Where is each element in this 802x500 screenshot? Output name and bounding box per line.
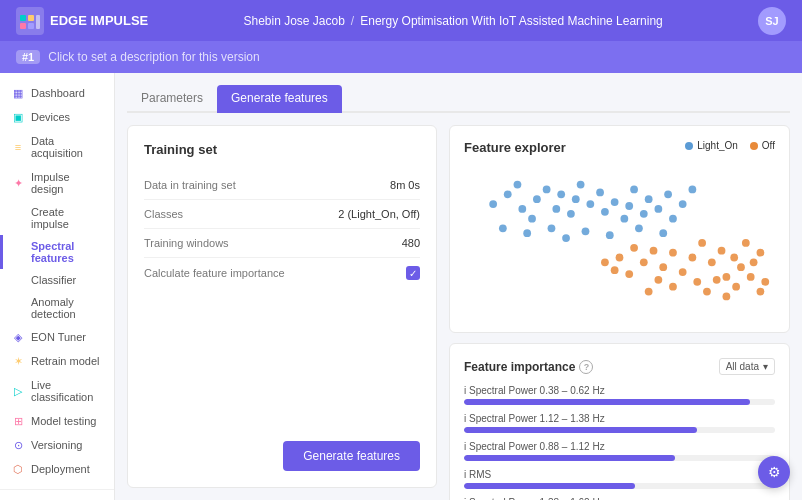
svg-point-24 (630, 186, 638, 194)
svg-point-31 (689, 186, 697, 194)
svg-point-6 (489, 200, 497, 208)
svg-point-43 (650, 247, 658, 255)
svg-point-46 (679, 268, 687, 276)
fi-row-1-bar-bg (464, 399, 775, 405)
sidebar-item-retrain-model[interactable]: ✶ Retrain model (0, 349, 114, 373)
svg-point-68 (625, 270, 633, 278)
main-layout: ▦ Dashboard ▣ Devices ≡ Data acquisition… (0, 73, 802, 500)
generate-features-button[interactable]: Generate features (283, 441, 420, 471)
legend-dot-light-on (685, 142, 693, 150)
training-label-windows: Training windows (144, 237, 229, 249)
sidebar-item-versioning[interactable]: ⊙ Versioning (0, 433, 114, 457)
svg-point-36 (582, 227, 590, 235)
sidebar-sub-spectral-features[interactable]: Spectral features (0, 235, 114, 269)
feature-importance-info-icon[interactable]: ? (579, 360, 593, 374)
sidebar-main-section: ▦ Dashboard ▣ Devices ≡ Data acquisition… (0, 73, 114, 489)
svg-rect-5 (36, 15, 40, 29)
sidebar-item-live-classification[interactable]: ▷ Live classification (0, 373, 114, 409)
svg-point-39 (659, 229, 667, 237)
svg-point-29 (669, 215, 677, 223)
legend-light-on: Light_On (685, 140, 738, 151)
fi-row-2: i Spectral Power 1.12 – 1.38 Hz (464, 413, 775, 433)
sidebar-label-impulse-design: Impulse design (31, 171, 102, 195)
svg-point-58 (693, 278, 701, 286)
sidebar-label-devices: Devices (31, 111, 70, 123)
sidebar-item-eon-tuner[interactable]: ◈ EON Tuner (0, 325, 114, 349)
svg-point-69 (611, 266, 619, 274)
sidebar-label-data-acquisition: Data acquisition (31, 135, 102, 159)
version-bar: #1 Click to set a description for this v… (0, 41, 802, 73)
tab-parameters[interactable]: Parameters (127, 85, 217, 113)
svg-point-32 (499, 224, 507, 232)
sidebar-item-deployment[interactable]: ⬡ Deployment (0, 457, 114, 481)
svg-point-26 (645, 195, 653, 203)
sidebar-sub-anomaly-detection[interactable]: Anomaly detection (0, 291, 114, 325)
legend-dot-off (750, 142, 758, 150)
sidebar-label-classifier: Classifier (31, 274, 76, 286)
version-description[interactable]: Click to set a description for this vers… (48, 50, 259, 64)
sidebar-item-data-acquisition[interactable]: ≡ Data acquisition (0, 129, 114, 165)
feature-importance-card: Feature importance ? All data ▾ i Spectr… (449, 343, 790, 500)
sidebar-label-deployment: Deployment (31, 463, 90, 475)
sidebar-item-model-testing[interactable]: ⊞ Model testing (0, 409, 114, 433)
deployment-icon: ⬡ (12, 463, 24, 475)
breadcrumb: Shebin Jose Jacob / Energy Optimisation … (243, 14, 662, 28)
sidebar-sub-classifier[interactable]: Classifier (0, 269, 114, 291)
fi-row-4-bar-bg (464, 483, 775, 489)
avatar[interactable]: SJ (758, 7, 786, 35)
fi-header: Feature importance ? All data ▾ (464, 358, 775, 375)
svg-rect-4 (28, 23, 34, 29)
svg-point-10 (533, 195, 541, 203)
live-classification-icon: ▷ (12, 385, 24, 397)
svg-point-66 (645, 288, 653, 296)
content-area: Parameters Generate features Training se… (115, 73, 802, 500)
legend-label-off: Off (762, 140, 775, 151)
logo-icon (16, 7, 44, 35)
sidebar-sub-create-impulse[interactable]: Create impulse (0, 201, 114, 235)
svg-point-57 (761, 278, 769, 286)
svg-point-25 (640, 210, 648, 218)
sidebar-item-dashboard[interactable]: ▦ Dashboard (0, 81, 114, 105)
sidebar-label-versioning: Versioning (31, 439, 82, 451)
logo: EDGE IMPULSE (16, 7, 148, 35)
fi-row-3-bar-bg (464, 455, 775, 461)
gear-button[interactable]: ⚙ (758, 456, 790, 488)
breadcrumb-project: Energy Optimisation With IoT Assisted Ma… (360, 14, 663, 28)
svg-point-7 (504, 190, 512, 198)
version-tag[interactable]: #1 (16, 50, 40, 64)
sidebar-item-impulse-design[interactable]: ✦ Impulse design (0, 165, 114, 201)
feature-importance-checkbox[interactable]: ✓ (406, 266, 420, 280)
scatter-svg (464, 163, 775, 318)
fi-row-1: i Spectral Power 0.38 – 0.62 Hz (464, 385, 775, 405)
training-set-card: Training set Data in training set 8m 0s … (127, 125, 437, 488)
fi-row-4-label: i RMS (464, 469, 775, 480)
versioning-icon: ⊙ (12, 439, 24, 451)
training-value-windows: 480 (402, 237, 420, 249)
svg-point-12 (543, 186, 551, 194)
svg-point-15 (567, 210, 575, 218)
training-label-importance: Calculate feature importance (144, 267, 285, 279)
svg-point-28 (664, 190, 672, 198)
sidebar-label-dashboard: Dashboard (31, 87, 85, 99)
svg-point-56 (757, 249, 765, 257)
fi-dropdown[interactable]: All data ▾ (719, 358, 775, 375)
sidebar-label-anomaly-detection: Anomaly detection (31, 296, 102, 320)
training-row-windows: Training windows 480 (144, 229, 420, 258)
sidebar-getting-started-section: GETTING STARTED 📄 Documentation 💬 Forums (0, 489, 114, 500)
svg-point-23 (625, 202, 633, 210)
tab-generate-features[interactable]: Generate features (217, 85, 342, 113)
cards-row: Training set Data in training set 8m 0s … (127, 125, 790, 488)
svg-point-33 (523, 229, 531, 237)
svg-point-44 (659, 263, 667, 271)
feature-explorer-header: Feature explorer Light_On Off (464, 140, 775, 155)
training-row-importance: Calculate feature importance ✓ (144, 258, 420, 288)
svg-rect-1 (20, 15, 26, 21)
retrain-model-icon: ✶ (12, 355, 24, 367)
training-set-title: Training set (144, 142, 420, 157)
svg-point-52 (730, 254, 738, 262)
sidebar-label-retrain-model: Retrain model (31, 355, 99, 367)
dashboard-icon: ▦ (12, 87, 24, 99)
svg-point-45 (669, 249, 677, 257)
sidebar-item-devices[interactable]: ▣ Devices (0, 105, 114, 129)
legend-off: Off (750, 140, 775, 151)
